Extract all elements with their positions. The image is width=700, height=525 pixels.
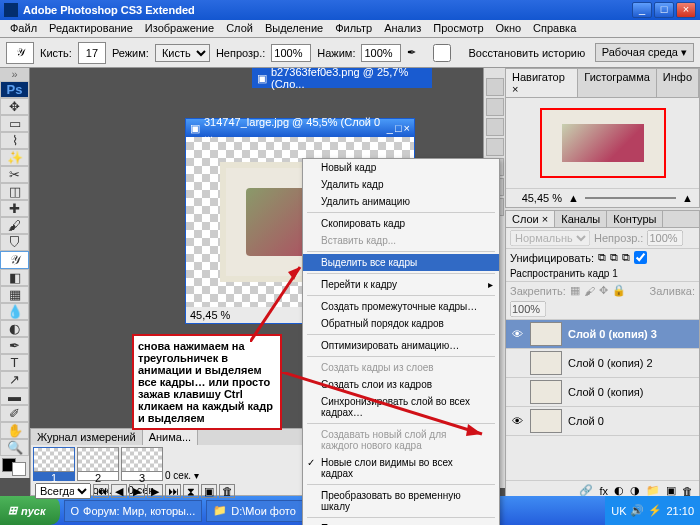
nav-zoom-in-icon[interactable]: ▲ [682,192,693,204]
next-frame-button[interactable]: ▶ [147,484,163,498]
propagate-checkbox[interactable] [634,251,647,264]
ctx-item[interactable]: Перейти к кадру [303,276,499,293]
opacity-input[interactable] [271,44,311,62]
layer-fx-icon[interactable]: fx [599,485,608,497]
frame-delay[interactable]: 0 сек. ▾ [165,470,199,481]
color-swatches[interactable] [0,456,29,478]
unify-icon-2[interactable]: ⧉ [610,251,618,264]
stamp-tool[interactable]: ⛉ [0,234,29,251]
nav-zoom-slider[interactable] [585,197,676,199]
history-brush-tool[interactable]: 𝒴 [0,251,29,269]
airbrush-icon[interactable]: ✒ [407,46,416,59]
clock[interactable]: 21:10 [666,505,694,517]
close-button[interactable]: × [676,2,696,18]
layer-row[interactable]: 👁Слой 0 [506,407,699,436]
doc-maximize-button[interactable]: □ [395,122,402,134]
layer-trash-icon[interactable]: 🗑 [682,485,693,497]
zoom-tool[interactable]: 🔍 [0,439,29,456]
ctx-item[interactable]: Синхронизировать слой во всех кадрах… [303,393,499,421]
tray-icon-1[interactable]: 🔊 [630,504,644,517]
doc-close-button[interactable]: × [404,122,410,134]
brush-preset[interactable]: 17 [78,42,106,64]
tab-layers[interactable]: Слои × [506,211,555,227]
play-button[interactable]: ▶ [129,484,145,498]
last-frame-button[interactable]: ⏭ [165,484,181,498]
unify-icon-1[interactable]: ⧉ [598,251,606,264]
maximize-button[interactable]: □ [654,2,674,18]
type-tool[interactable]: T [0,354,29,371]
unify-icon-3[interactable]: ⧉ [622,251,630,264]
layer-fill-input[interactable] [510,301,546,317]
ctx-item[interactable]: Новый кадр [303,159,499,176]
path-tool[interactable]: ↗ [0,371,29,388]
anim-frame[interactable]: 20 сек. [77,447,119,481]
ctx-item[interactable]: Скопировать кадр [303,215,499,232]
gradient-tool[interactable]: ▦ [0,286,29,303]
shape-tool[interactable]: ▬ [0,388,29,405]
lock-move-icon[interactable]: ✥ [599,284,608,297]
lock-paint-icon[interactable]: 🖌 [584,285,595,297]
navigator-thumb[interactable] [506,98,699,188]
doc-minimize-button[interactable]: _ [387,122,393,134]
ps-logo-icon[interactable]: Ps [0,81,29,98]
ctx-item[interactable]: Удалить кадр [303,176,499,193]
ctx-item[interactable]: Преобразовать во временную шкалу [303,487,499,515]
marquee-tool[interactable]: ▭ [0,115,29,132]
workspace-button[interactable]: Рабочая среда ▾ [595,43,694,62]
brush-tool[interactable]: 🖌 [0,217,29,234]
eraser-tool[interactable]: ◧ [0,269,29,286]
blur-tool[interactable]: 💧 [0,303,29,320]
menu-layer[interactable]: Слой [220,20,259,37]
ctx-item[interactable]: Оптимизировать анимацию… [303,337,499,354]
crop-tool[interactable]: ✂ [0,166,29,183]
delete-frame-button[interactable]: 🗑 [219,484,235,498]
layer-row[interactable]: Слой 0 (копия) 2 [506,349,699,378]
minimize-button[interactable]: _ [632,2,652,18]
taskbar-item-2[interactable]: 📁D:\Мои фото [206,500,303,522]
ctx-item[interactable]: Выделить все кадры [303,254,499,271]
tween-button[interactable]: ⧗ [183,484,199,498]
tab-measurement-log[interactable]: Журнал измерений [31,429,143,445]
pen-tool[interactable]: ✒ [0,337,29,354]
menu-window[interactable]: Окно [490,20,528,37]
toolbox-handle[interactable]: » [0,68,29,81]
tray-icon-2[interactable]: ⚡ [648,504,662,517]
taskbar-item-1[interactable]: OФорум: Мир, которы... [64,500,203,522]
menu-help[interactable]: Справка [527,20,582,37]
tab-histogram[interactable]: Гистограмма [578,69,657,97]
tab-animation[interactable]: Анима... [143,429,198,445]
tab-navigator[interactable]: Навигатор × [506,69,578,97]
loop-select[interactable]: Всегда ▾ [35,483,91,499]
ctx-item[interactable]: Удалить анимацию [303,193,499,210]
doc-window-bg[interactable]: ▣b27363fef0e3.png @ 25,7% (Сло... [252,68,432,88]
blend-mode-select[interactable]: Нормальный [510,230,590,246]
menu-filter[interactable]: Фильтр [329,20,378,37]
menu-select[interactable]: Выделение [259,20,329,37]
prev-frame-button[interactable]: ◀ [111,484,127,498]
ctx-item[interactable]: Создать промежуточные кадры… [303,298,499,315]
panel-icon-4[interactable] [486,138,504,156]
dodge-tool[interactable]: ◐ [0,320,29,337]
mode-select[interactable]: Кисть [155,44,210,62]
anim-frame[interactable]: 10 сек. [33,447,75,481]
wand-tool[interactable]: ✨ [0,149,29,166]
tab-paths[interactable]: Контуры [607,211,663,227]
tab-info[interactable]: Инфо [657,69,699,97]
visibility-icon[interactable]: 👁 [510,328,524,340]
lang-indicator[interactable]: UK [611,505,626,517]
nav-zoom-out-icon[interactable]: ▲ [568,192,579,204]
layer-row[interactable]: Слой 0 (копия) [506,378,699,407]
menu-analysis[interactable]: Анализ [378,20,427,37]
eyedropper-tool[interactable]: ✐ [0,405,29,422]
hand-tool[interactable]: ✋ [0,422,29,439]
move-tool[interactable]: ✥ [0,98,29,115]
history-brush-icon[interactable]: 𝒴 [6,42,34,64]
start-button[interactable]: ⊞пуск [0,496,60,525]
layer-row[interactable]: 👁Слой 0 (копия) 3 [506,320,699,349]
menu-view[interactable]: Просмотр [427,20,489,37]
tab-channels[interactable]: Каналы [555,211,607,227]
system-tray[interactable]: UK 🔊 ⚡ 21:10 [605,496,700,525]
slice-tool[interactable]: ◫ [0,183,29,200]
panel-icon-3[interactable] [486,118,504,136]
restore-history-checkbox[interactable] [422,44,462,62]
